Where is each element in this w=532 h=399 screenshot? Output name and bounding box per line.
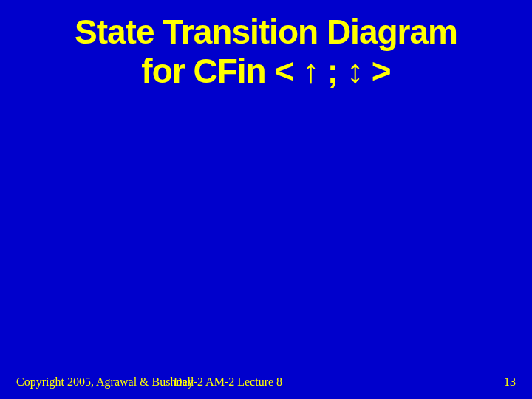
- updown-arrow-icon: ↕: [347, 52, 363, 90]
- title-line2-mid: ;: [318, 52, 347, 90]
- title-line1: State Transition Diagram: [75, 13, 457, 51]
- slide-title: State Transition Diagram for CFin < ↑ ; …: [0, 13, 532, 89]
- title-line2-prefix: for CFin <: [141, 52, 302, 90]
- up-arrow-icon: ↑: [302, 52, 318, 90]
- footer-copyright: Copyright 2005, Agrawal & Bushnell: [16, 375, 194, 389]
- title-line2-suffix: >: [363, 52, 391, 90]
- title-line2: for CFin < ↑ ; ↕ >: [0, 52, 532, 90]
- slide-footer: Copyright 2005, Agrawal & Bushnell Day-2…: [0, 375, 532, 389]
- footer-page-number: 13: [504, 375, 516, 389]
- footer-lecture: Day-2 AM-2 Lecture 8: [174, 375, 282, 389]
